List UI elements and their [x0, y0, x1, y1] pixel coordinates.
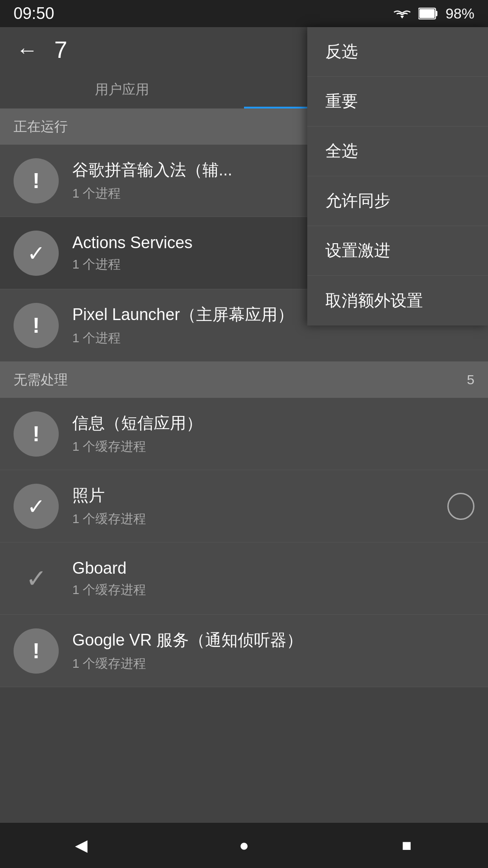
menu-item-aggressive[interactable]: 设置激进 — [307, 226, 488, 276]
app-name-messages: 信息（短信应用） — [72, 412, 474, 434]
status-bar: 09:50 98% — [0, 0, 488, 27]
radio-button-photos[interactable] — [447, 493, 474, 520]
nav-home-button[interactable]: ● — [226, 827, 262, 863]
nav-home-icon: ● — [239, 836, 249, 855]
app-icon-check-2: ✓ — [14, 484, 59, 529]
back-arrow-icon: ← — [16, 38, 38, 62]
menu-item-important[interactable]: 重要 — [307, 77, 488, 127]
svg-rect-2 — [419, 9, 435, 18]
app-icon-exclaim-3: ! — [14, 411, 59, 457]
app-name-gboard: Gboard — [72, 559, 474, 578]
battery-icon — [418, 7, 438, 20]
app-icon-check-small: ✓ — [14, 556, 59, 601]
context-menu: 反选 重要 全选 允许同步 设置激进 取消额外设置 — [307, 27, 488, 326]
app-process-gboard: 1 个缓存进程 — [72, 581, 474, 599]
menu-item-cancel-extra[interactable]: 取消额外设置 — [307, 276, 488, 326]
tab-user-apps[interactable]: 用户应用 — [0, 72, 244, 108]
menu-item-allow-sync[interactable]: 允许同步 — [307, 176, 488, 226]
nav-recents-button[interactable]: ■ — [389, 827, 425, 863]
app-process-messages: 1 个缓存进程 — [72, 438, 474, 455]
app-item-messages[interactable]: ! 信息（短信应用） 1 个缓存进程 — [0, 398, 488, 470]
page-title: 7 — [54, 36, 67, 63]
menu-item-reverse-select[interactable]: 反选 — [307, 27, 488, 77]
app-icon-exclaim-4: ! — [14, 628, 59, 674]
app-icon-check-1: ✓ — [14, 231, 59, 276]
app-item-googlevr[interactable]: ! Google VR 服务（通知侦听器） 1 个缓存进程 — [0, 615, 488, 687]
battery-percentage: 98% — [446, 5, 474, 22]
status-icons: 98% — [393, 5, 474, 22]
section-noaction-count: 5 — [467, 372, 474, 387]
nav-bar: ◀ ● ■ — [0, 823, 488, 868]
app-process-pixel: 1 个进程 — [72, 330, 474, 347]
nav-back-icon: ◀ — [75, 836, 88, 855]
nav-recents-icon: ■ — [402, 836, 412, 855]
app-name-googlevr: Google VR 服务（通知侦听器） — [72, 629, 474, 651]
status-time: 09:50 — [14, 4, 54, 23]
svg-rect-1 — [436, 11, 437, 16]
app-process-photos: 1 个缓存进程 — [72, 510, 434, 528]
back-button[interactable]: ← — [14, 36, 41, 63]
wifi-icon — [393, 7, 411, 20]
app-icon-exclaim-1: ! — [14, 158, 59, 203]
menu-item-select-all[interactable]: 全选 — [307, 127, 488, 176]
section-noaction-title: 无需处理 — [14, 371, 68, 389]
section-running-title: 正在运行 — [14, 118, 68, 136]
section-noaction-header: 无需处理 5 — [0, 362, 488, 398]
app-icon-exclaim-2: ! — [14, 303, 59, 348]
app-item-gboard[interactable]: ✓ Gboard 1 个缓存进程 — [0, 542, 488, 615]
app-process-googlevr: 1 个缓存进程 — [72, 655, 474, 672]
nav-back-button[interactable]: ◀ — [63, 827, 99, 863]
app-name-photos: 照片 — [72, 485, 434, 507]
app-item-photos[interactable]: ✓ 照片 1 个缓存进程 — [0, 470, 488, 542]
